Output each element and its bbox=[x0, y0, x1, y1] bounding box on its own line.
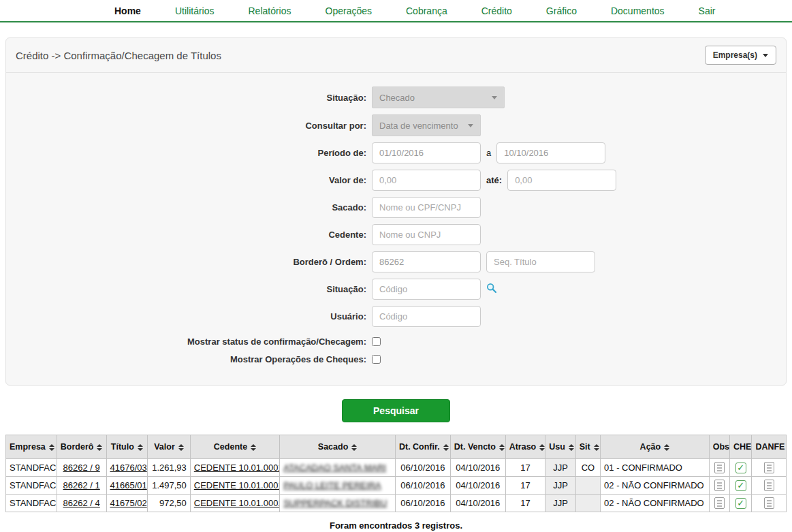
usuario-input[interactable] bbox=[372, 306, 481, 327]
che-check-icon[interactable] bbox=[735, 463, 746, 473]
col-header-sacado[interactable]: Sacado bbox=[280, 435, 396, 459]
cell-che bbox=[730, 495, 752, 512]
col-header-acao[interactable]: Ação bbox=[601, 435, 710, 459]
sort-icon bbox=[49, 444, 54, 451]
situacao-codigo-input[interactable] bbox=[372, 279, 481, 300]
sacado-input[interactable] bbox=[372, 197, 481, 218]
col-header-cedente[interactable]: Cedente bbox=[190, 435, 279, 459]
obs-document-icon[interactable] bbox=[714, 497, 725, 509]
bordero-link[interactable]: 86262 / 4 bbox=[63, 498, 100, 508]
table-header-row: Empresa Borderô Título Valor Cedente Sac… bbox=[6, 435, 787, 459]
cell-danfe bbox=[752, 459, 787, 477]
cell-empresa: STANDFAC bbox=[6, 495, 57, 512]
sort-icon bbox=[351, 444, 357, 451]
col-header-valor[interactable]: Valor bbox=[148, 435, 191, 459]
bordero-link[interactable]: 86262 / 9 bbox=[63, 463, 100, 473]
col-header-empresa[interactable]: Empresa bbox=[6, 435, 57, 459]
chevron-down-icon bbox=[763, 54, 768, 57]
cell-dt-confir: 06/10/2016 bbox=[395, 495, 450, 512]
valor-ate-input[interactable] bbox=[507, 170, 616, 191]
cell-sit bbox=[575, 495, 600, 512]
sacado-label: Sacado: bbox=[332, 202, 372, 213]
sort-icon bbox=[499, 444, 505, 451]
col-header-titulo[interactable]: Título bbox=[106, 435, 148, 459]
seq-titulo-input[interactable] bbox=[486, 251, 595, 272]
results-table: Empresa Borderô Título Valor Cedente Sac… bbox=[5, 435, 787, 512]
cell-sacado: PAULO LEITE PEREIRA bbox=[280, 477, 396, 495]
obs-document-icon[interactable] bbox=[714, 480, 725, 491]
cell-empresa: STANDFAC bbox=[6, 477, 57, 495]
cell-titulo: 41665/01 bbox=[106, 477, 148, 495]
col-header-danfe: DANFE bbox=[752, 435, 787, 459]
consultar-por-select: Data de vencimento bbox=[372, 114, 481, 136]
nav-home[interactable]: Home bbox=[114, 5, 141, 16]
mostrar-cheques-checkbox[interactable] bbox=[372, 355, 381, 364]
che-check-icon[interactable] bbox=[735, 498, 746, 509]
nav-grafico[interactable]: Gráfico bbox=[546, 5, 577, 16]
titulo-link[interactable]: 41665/01 bbox=[110, 480, 147, 490]
cell-titulo: 41675/02 bbox=[106, 495, 148, 512]
col-header-sit[interactable]: Sit bbox=[575, 435, 600, 459]
sort-icon bbox=[443, 444, 449, 451]
cell-dt-vencto: 04/10/2016 bbox=[450, 495, 505, 512]
nav-credito[interactable]: Crédito bbox=[481, 5, 512, 16]
sacado-link[interactable]: ATACADAO SANTA MARI bbox=[283, 463, 386, 473]
nav-relatorios[interactable]: Relatórios bbox=[248, 5, 291, 16]
obs-document-icon[interactable] bbox=[714, 462, 725, 473]
nav-utilitarios[interactable]: Utilitários bbox=[175, 5, 215, 16]
col-header-dt-vencto[interactable]: Dt. Vencto bbox=[450, 435, 505, 459]
che-check-icon[interactable] bbox=[735, 480, 746, 491]
titulo-link[interactable]: 41676/03 bbox=[110, 463, 147, 473]
nav-documentos[interactable]: Documentos bbox=[611, 5, 665, 16]
nav-sair[interactable]: Sair bbox=[699, 5, 716, 16]
nav-operacoes[interactable]: Operações bbox=[326, 5, 372, 16]
cell-bordero: 86262 / 4 bbox=[57, 495, 106, 512]
col-header-bordero[interactable]: Borderô bbox=[57, 435, 106, 459]
danfe-document-icon[interactable] bbox=[764, 462, 774, 473]
bordero-input[interactable] bbox=[372, 251, 481, 272]
cell-obs bbox=[709, 477, 729, 495]
cell-cedente: CEDENTE 10.01.0001 bbox=[190, 495, 279, 512]
consultar-select-value: Data de vencimento bbox=[379, 121, 458, 131]
cell-dt-confir: 06/10/2016 bbox=[395, 477, 450, 495]
titulo-link[interactable]: 41675/02 bbox=[110, 498, 147, 508]
cedente-link[interactable]: CEDENTE 10.01.0001 bbox=[194, 480, 280, 490]
sort-icon bbox=[97, 444, 102, 451]
cell-bordero: 86262 / 9 bbox=[57, 459, 106, 477]
cell-atraso: 17 bbox=[505, 495, 545, 512]
cell-che bbox=[730, 477, 752, 495]
mostrar-status-checkbox[interactable] bbox=[372, 337, 381, 346]
sort-icon bbox=[539, 444, 545, 451]
col-header-che: CHE bbox=[730, 435, 752, 459]
cedente-link[interactable]: CEDENTE 10.01.0001 bbox=[194, 498, 280, 508]
col-header-dt-confir[interactable]: Dt. Confir. bbox=[395, 435, 450, 459]
sacado-link[interactable]: PAULO LEITE PEREIRA bbox=[283, 480, 381, 490]
cedente-link[interactable]: CEDENTE 10.01.0001 bbox=[194, 463, 280, 473]
cell-atraso: 17 bbox=[505, 477, 545, 495]
cell-titulo: 41676/03 bbox=[106, 459, 148, 477]
periodo-ate-input[interactable] bbox=[496, 142, 605, 163]
table-row: STANDFAC 86262 / 9 41676/03 1.261,93 CED… bbox=[6, 459, 787, 477]
valor-de-input[interactable] bbox=[372, 170, 481, 191]
cell-obs bbox=[709, 495, 729, 512]
empresas-button[interactable]: Empresa(s) bbox=[705, 46, 776, 65]
col-header-atraso[interactable]: Atraso bbox=[505, 435, 545, 459]
danfe-document-icon[interactable] bbox=[764, 497, 774, 509]
situacao-select: Checado bbox=[372, 87, 505, 108]
periodo-de-input[interactable] bbox=[372, 142, 481, 163]
cell-atraso: 17 bbox=[505, 459, 545, 477]
col-header-usu[interactable]: Usu bbox=[545, 435, 575, 459]
sort-icon bbox=[664, 444, 669, 451]
danfe-document-icon[interactable] bbox=[764, 480, 774, 491]
chevron-down-icon bbox=[468, 124, 473, 127]
consultar-select-label: Consultar por: bbox=[305, 121, 372, 131]
page-title: Crédito -> Confirmação/Checagem de Títul… bbox=[16, 50, 221, 61]
bordero-link[interactable]: 86262 / 1 bbox=[63, 480, 100, 490]
cell-usu: JJP bbox=[545, 495, 575, 512]
search-button[interactable]: Pesquisar bbox=[342, 399, 450, 422]
mostrar-status-label: Mostrar status de confirmação/Checagem: bbox=[187, 337, 372, 347]
sacado-link[interactable]: SUPPERPACK DISTRIBU bbox=[283, 498, 387, 508]
cedente-input[interactable] bbox=[372, 224, 481, 245]
nav-cobranca[interactable]: Cobrança bbox=[406, 5, 447, 16]
search-icon[interactable] bbox=[486, 283, 497, 296]
